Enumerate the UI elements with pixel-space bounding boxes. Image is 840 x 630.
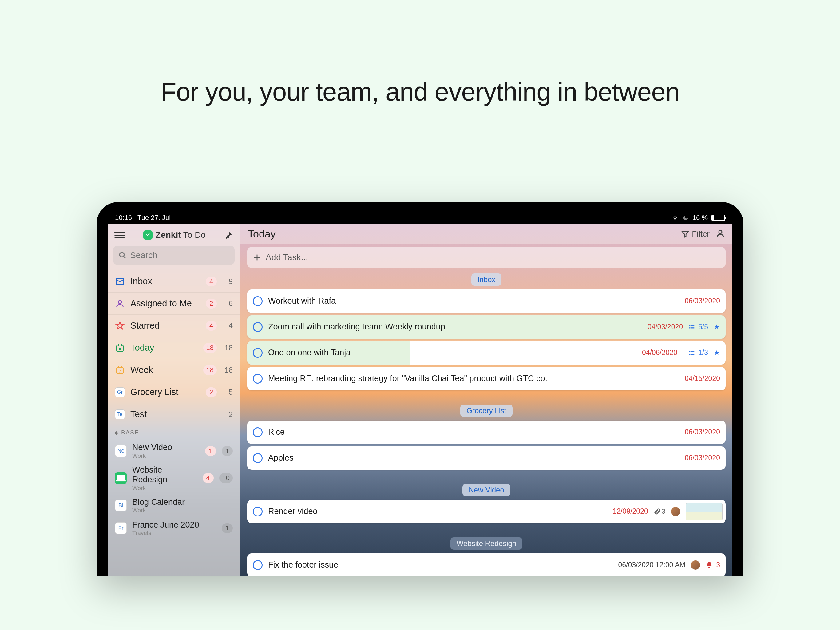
menu-button[interactable] — [114, 230, 125, 240]
sidebar-item-today[interactable]: Today1818 — [107, 337, 240, 359]
overdue-badge: 18 — [203, 365, 217, 375]
today-icon — [115, 343, 125, 353]
task-date: 06/03/2020 — [685, 428, 720, 436]
task-checkbox[interactable] — [253, 560, 262, 570]
add-task-input[interactable]: Add Task... — [247, 247, 726, 268]
sidebar: Zenkit To Do Inbox49Assigned to Me26Star… — [107, 224, 240, 576]
svg-rect-18 — [689, 327, 691, 328]
main-panel: Today Filter Add Task... Inbox Worko — [240, 224, 733, 576]
project-item[interactable]: FrFrance June 2020Travels1 — [107, 517, 240, 540]
status-time: 10:16 — [115, 214, 132, 222]
sidebar-item-label: Assigned to Me — [130, 298, 200, 309]
task-checkbox[interactable] — [253, 427, 262, 437]
sidebar-item-label: Inbox — [130, 276, 200, 287]
task-checkbox[interactable] — [253, 296, 262, 306]
project-prefix: Fr — [115, 522, 127, 534]
task-date: 06/03/2020 — [685, 297, 720, 305]
task-title: Fix the footer issue — [268, 560, 613, 570]
overdue-badge: 2 — [206, 387, 217, 397]
item-count: 4 — [222, 321, 233, 330]
svg-rect-21 — [691, 327, 694, 328]
task-checkbox[interactable] — [253, 374, 262, 384]
svg-rect-20 — [691, 325, 694, 326]
sidebar-item-grocery-list[interactable]: GrGrocery List25 — [107, 381, 240, 403]
project-list: NeNew VideoWork11Website RedesignWork410… — [107, 440, 240, 540]
overdue-badge: 4 — [206, 277, 217, 287]
sidebar-item-assigned-to-me[interactable]: Assigned to Me26 — [107, 293, 240, 315]
list-prefix: Te — [115, 410, 125, 419]
battery-icon — [712, 215, 725, 221]
task-date: 06/03/2020 — [685, 454, 720, 462]
week-icon: 7 — [115, 365, 125, 375]
status-date: Tue 27. Jul — [137, 214, 171, 222]
page-title: Today — [248, 228, 675, 240]
app-logo: Zenkit To Do — [143, 230, 206, 240]
item-count: 2 — [222, 410, 233, 419]
task-card[interactable]: Fix the footer issue 06/03/2020 12:00 AM… — [247, 553, 726, 576]
do-not-disturb-icon — [682, 215, 689, 221]
task-checkbox[interactable] — [253, 453, 262, 463]
svg-rect-19 — [689, 328, 691, 329]
project-item[interactable]: BlBlog CalendarWork — [107, 494, 240, 517]
sidebar-item-label: Test — [130, 409, 217, 419]
task-title: Zoom call with marketing team: Weekly ro… — [268, 322, 642, 332]
section-base-header[interactable]: ◆ BASE — [107, 426, 240, 440]
task-datetime: 06/03/2020 12:00 AM — [618, 561, 686, 569]
section-chip[interactable]: Grocery List — [460, 405, 512, 417]
plus-icon — [253, 253, 261, 262]
attachment-count: 3 — [654, 508, 665, 516]
task-card[interactable]: Workout with Rafa 06/03/2020 — [247, 290, 726, 313]
item-count: 5 — [222, 388, 233, 397]
project-item[interactable]: NeNew VideoWork11 — [107, 440, 240, 462]
zenkit-logo-icon — [143, 230, 153, 240]
list-prefix: Gr — [115, 387, 125, 397]
task-card[interactable]: Meeting RE: rebranding strategy for "Van… — [247, 367, 726, 390]
section-chip[interactable]: Website Redesign — [450, 537, 523, 550]
task-checkbox[interactable] — [253, 348, 262, 358]
task-checkbox[interactable] — [253, 507, 262, 516]
sidebar-item-inbox[interactable]: Inbox49 — [107, 271, 240, 293]
sidebar-item-label: Grocery List — [130, 387, 200, 397]
svg-point-3 — [118, 300, 122, 304]
task-date: 04/06/2020 — [642, 348, 677, 357]
thumbnail — [686, 503, 723, 520]
search-icon — [119, 251, 126, 260]
search-input[interactable] — [113, 246, 235, 265]
section-chip[interactable]: Inbox — [471, 274, 502, 286]
task-date: 04/15/2020 — [685, 374, 720, 383]
sidebar-item-test[interactable]: TeTest2 — [107, 403, 240, 426]
section-chip[interactable]: New Video — [463, 484, 510, 496]
item-count: 1 — [222, 523, 233, 533]
smart-lists: Inbox49Assigned to Me26Starred44Today181… — [107, 271, 240, 426]
task-card[interactable]: One on one with Tanja 04/06/20201/3★ — [247, 341, 726, 364]
assignee-avatar — [691, 560, 700, 570]
star-icon: ★ — [714, 348, 720, 357]
item-count: 6 — [222, 299, 233, 308]
project-title: Website Redesign — [132, 465, 197, 485]
person-icon — [115, 299, 125, 309]
svg-rect-17 — [689, 325, 691, 326]
svg-rect-22 — [691, 328, 694, 329]
sidebar-item-starred[interactable]: Starred44 — [107, 315, 240, 337]
svg-text:7: 7 — [119, 369, 121, 374]
assignee-avatar — [671, 507, 680, 516]
reminder-count: 3 — [706, 561, 720, 569]
filter-button[interactable]: Filter — [681, 229, 710, 239]
task-card[interactable]: Render video 12/09/20203 — [247, 500, 726, 523]
svg-rect-28 — [691, 353, 694, 353]
task-title: Workout with Rafa — [268, 296, 679, 306]
pin-button[interactable] — [224, 230, 234, 240]
person-icon — [716, 229, 725, 238]
task-card[interactable]: Apples 06/03/2020 — [247, 446, 726, 470]
sidebar-item-week[interactable]: 7Week1818 — [107, 359, 240, 381]
project-subtitle: Travels — [132, 530, 216, 537]
task-card[interactable]: Zoom call with marketing team: Weekly ro… — [247, 315, 726, 339]
project-item[interactable]: Website RedesignWork410 — [107, 462, 240, 494]
profile-button[interactable] — [716, 229, 725, 239]
task-card[interactable]: Rice 06/03/2020 — [247, 421, 726, 444]
search-field[interactable] — [130, 250, 229, 260]
item-count: 1 — [222, 446, 233, 456]
task-checkbox[interactable] — [253, 322, 262, 332]
task-title: Rice — [268, 427, 679, 437]
overdue-badge: 18 — [203, 343, 217, 353]
